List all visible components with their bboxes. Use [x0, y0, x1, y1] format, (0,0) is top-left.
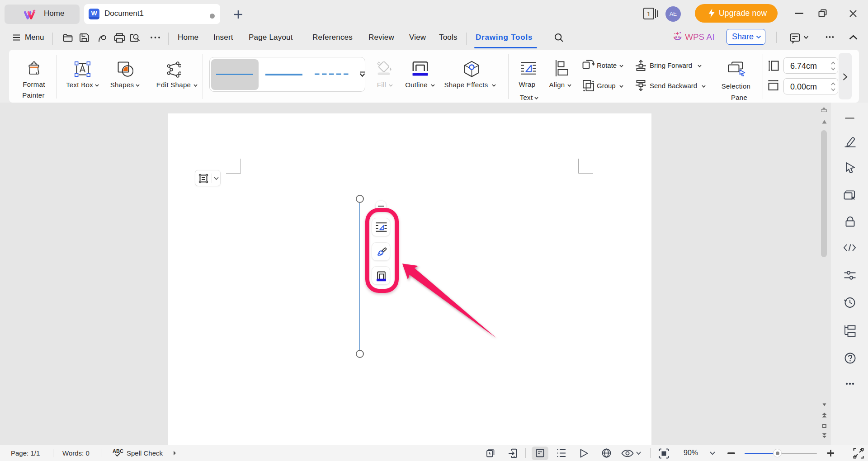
- svg-text:1: 1: [647, 10, 651, 18]
- svg-text:ABC: ABC: [113, 448, 123, 454]
